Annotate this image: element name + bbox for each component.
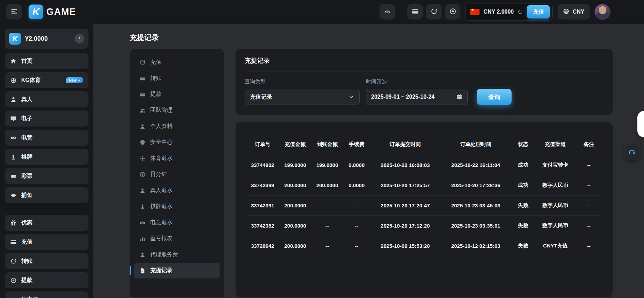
table-cell: 0.0000 — [343, 155, 370, 175]
filter-panel: 充提记录 查询类型 充值记录 时间筛选: — [236, 49, 613, 115]
table-cell: -- — [575, 155, 602, 175]
inner-nav-item[interactable]: 代理服务费 — [134, 247, 220, 262]
query-button[interactable]: 查询 — [477, 89, 512, 105]
user-avatar[interactable] — [595, 4, 611, 20]
app-root: K GAME ★ CNY 2.0000 充值 CNY K — [0, 0, 644, 298]
date-range-input[interactable]: 2025-09-01 ~ 2025-10-24 — [366, 89, 468, 105]
language-label: CNY — [573, 9, 584, 15]
sidebar-item-target[interactable]: 提款 — [5, 272, 89, 288]
sidebar-item-pawn[interactable]: 棋牌 — [5, 149, 89, 165]
table-cell: 2025-10-20 17:28:36 — [440, 175, 511, 196]
sidebar-item-person[interactable]: 真人 — [5, 91, 89, 107]
ticket-icon — [10, 173, 17, 179]
inner-nav-item[interactable]: 充值 — [134, 54, 220, 70]
inner-nav-item[interactable]: 提款 — [134, 86, 220, 102]
person-icon — [139, 252, 146, 258]
sidebar-item-monitor[interactable]: 电子 — [5, 110, 89, 127]
drawer-handle[interactable] — [637, 111, 644, 137]
sparkle-icon: ★ — [78, 78, 80, 82]
pawn-icon — [139, 204, 146, 210]
sidebar-item-mail[interactable]: 站内信 — [5, 291, 89, 298]
refresh-balance-icon[interactable] — [518, 9, 523, 15]
table-cell: -- — [311, 216, 343, 236]
chevron-right-icon — [77, 36, 82, 42]
inner-nav-item[interactable]: 棋牌返水 — [134, 199, 220, 214]
sidebar-item-refresh[interactable]: 转账 — [5, 253, 89, 269]
calendar-icon — [456, 94, 462, 100]
table-row: 33742391200.0000----2025-10-20 17:20:472… — [246, 196, 602, 216]
users-icon — [139, 107, 146, 114]
sidebar-nav-service: 优惠充值转账提款站内信线上客服 — [5, 215, 89, 298]
inner-nav-item[interactable]: 个人资料 — [134, 119, 220, 134]
table-cell: 200.0000 — [279, 196, 311, 216]
ball-icon — [10, 77, 17, 84]
gauge-icon — [384, 8, 391, 16]
table-cell: -- — [343, 196, 370, 216]
sidebar-item-home[interactable]: 首页 — [5, 53, 89, 69]
inner-nav-item[interactable]: 真人返水 — [134, 183, 220, 198]
column-header: 到账金额 — [311, 141, 343, 155]
table-cell: 2025-10-22 16:11:04 — [440, 155, 511, 175]
shield-icon — [139, 139, 146, 146]
person-icon — [139, 188, 146, 194]
customer-service-button[interactable] — [624, 145, 639, 160]
inner-nav-item[interactable]: 电竞返水 — [134, 215, 220, 230]
brand-logo[interactable]: K GAME — [29, 5, 76, 19]
table-cell: -- — [575, 216, 602, 236]
query-type-select[interactable]: 充值记录 — [245, 89, 360, 105]
wallet-expand-button[interactable] — [75, 34, 84, 44]
deposit-button[interactable]: 充值 — [527, 5, 550, 18]
menu-icon — [10, 8, 18, 16]
sidebar-item-ball[interactable]: KG体育New★ — [5, 72, 89, 88]
table-cell: 33728642 — [246, 236, 279, 256]
logo-k-icon: K — [29, 5, 43, 19]
gauge-button[interactable] — [380, 4, 395, 20]
table-cell: 2025-10-09 15:53:20 — [370, 236, 440, 256]
column-header: 订单处理时间 — [440, 141, 511, 155]
table-cell: 失败 — [511, 216, 535, 236]
table-cell: 33742399 — [246, 175, 279, 196]
table-cell: 成功 — [511, 155, 535, 175]
sidebar-wallet-card[interactable]: K ¥2.0000 — [5, 29, 89, 49]
inner-nav-item[interactable]: 安全中心 — [134, 135, 220, 150]
table-row: 33744902199.0000199.00000.00002025-10-22… — [246, 155, 602, 175]
table-cell: 数字人民币 — [535, 196, 575, 216]
column-header: 备注 — [575, 141, 602, 155]
inner-nav-item[interactable]: 充提记录 — [134, 263, 220, 278]
main-content: 充提记录 充值转账提款团队管理个人资料安全中心体育返水日分红真人返水棋牌返水电竞… — [93, 24, 644, 298]
card-icon — [10, 239, 17, 245]
sidebar-item-fish[interactable]: 捕鱼 — [5, 187, 89, 203]
sidebar: K ¥2.0000 首页KG体育New★真人电子电竞棋牌彩票捕鱼 优惠充值转账提… — [0, 24, 93, 298]
inner-nav-item[interactable]: 日分红 — [134, 167, 220, 182]
table-cell: 200.0000 — [279, 236, 311, 256]
currency-selector[interactable]: ★ CNY 2.0000 充值 — [465, 3, 553, 21]
person-icon — [10, 96, 17, 103]
inner-nav-item[interactable]: 盈亏报表 — [134, 231, 220, 246]
table-cell: 200.0000 — [279, 175, 311, 196]
records-table-body: 33744902199.0000199.00000.00002025-10-22… — [246, 155, 602, 256]
sidebar-item-card[interactable]: 充值 — [5, 234, 89, 250]
fish-icon — [10, 192, 17, 199]
inner-nav-item[interactable]: 团队管理 — [134, 102, 220, 118]
sidebar-divider — [6, 209, 87, 209]
column-header: 状态 — [511, 141, 535, 155]
query-type-label: 查询类型 — [245, 78, 360, 85]
sidebar-item-gift[interactable]: 优惠 — [5, 215, 89, 231]
language-selector[interactable]: CNY — [558, 4, 590, 20]
refresh-button[interactable] — [426, 4, 442, 20]
records-table: 订单号充值金额到账金额手续费订单提交时间订单处理时间状态充值渠道备注 33744… — [246, 141, 602, 256]
table-cell: 199.0000 — [279, 155, 311, 175]
page-title: 充提记录 — [130, 33, 644, 43]
inner-nav-item[interactable]: 转账 — [134, 70, 220, 86]
wallet-balance: CNY 2.0000 — [483, 9, 514, 15]
hamburger-menu-button[interactable] — [6, 4, 22, 20]
table-cell: CNYT充值 — [535, 236, 575, 256]
target-button[interactable] — [445, 4, 460, 20]
table-cell: -- — [575, 236, 602, 256]
sidebar-item-ticket[interactable]: 彩票 — [5, 168, 89, 184]
sidebar-item-gamepad[interactable]: 电竞 — [5, 130, 89, 146]
inner-nav-item[interactable]: 体育返水 — [134, 151, 220, 166]
header-icon-group — [407, 4, 460, 20]
table-cell: 33742391 — [246, 196, 279, 216]
card-button[interactable] — [407, 4, 423, 20]
